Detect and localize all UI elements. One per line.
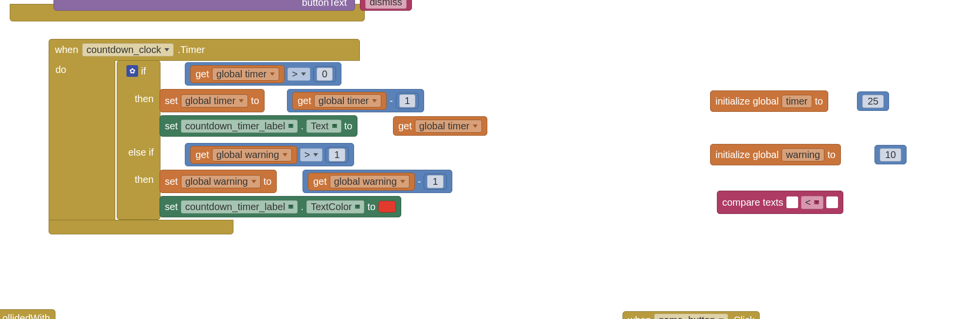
set-property-block[interactable]: set countdown_timer_label . Text to: [160, 115, 357, 137]
get-var-block[interactable]: get global timer: [190, 65, 285, 83]
get-var-block[interactable]: get global warning: [190, 146, 297, 164]
chevron-down-icon: [473, 124, 478, 128]
when-keyword: when: [628, 315, 651, 319]
if-keyword: if: [141, 66, 146, 77]
chevron-down-icon: [814, 200, 819, 204]
event-name: .Click: [731, 315, 755, 319]
get-keyword: get: [313, 176, 327, 187]
chevron-down-icon: [313, 153, 318, 157]
property-dropdown[interactable]: TextColor: [306, 200, 364, 213]
event-name: .Timer: [178, 44, 205, 55]
number-value: 1: [329, 148, 345, 161]
dot: .: [301, 201, 303, 213]
get-var-block[interactable]: get global timer: [292, 92, 387, 110]
set-property-block[interactable]: set countdown_timer_label . TextColor to: [160, 196, 401, 217]
set-var-block[interactable]: set global warning to: [160, 170, 277, 193]
chevron-down-icon: [164, 48, 169, 52]
number-block[interactable]: 0: [313, 66, 336, 82]
set-keyword: set: [165, 176, 178, 187]
do-keyword: do: [55, 64, 66, 75]
number-value: 25: [862, 95, 884, 108]
number-block[interactable]: 1: [325, 147, 348, 163]
number-block[interactable]: 1: [396, 93, 419, 109]
chevron-down-icon: [400, 180, 405, 183]
gear-icon[interactable]: ✿: [126, 65, 138, 77]
initialize-keyword: initialize global: [715, 96, 779, 107]
to-keyword: to: [251, 95, 259, 106]
var-dropdown[interactable]: global warning: [181, 175, 261, 188]
chevron-down-icon: [239, 99, 244, 103]
number-block[interactable]: 1: [424, 174, 446, 190]
component-dropdown[interactable]: game_button: [654, 314, 728, 319]
chevron-down-icon: [332, 124, 337, 128]
get-var-block[interactable]: get global warning: [308, 173, 415, 191]
property-label: buttonText: [302, 0, 347, 8]
init-global-timer[interactable]: initialize global timer to: [710, 90, 828, 112]
then-keyword-2: then: [125, 174, 154, 185]
chevron-down-icon: [288, 124, 293, 128]
chevron-down-icon: [270, 72, 275, 76]
event-do-column: [75, 60, 115, 221]
var-dropdown[interactable]: global warning: [330, 175, 410, 188]
when-keyword: when: [55, 44, 78, 55]
dot: .: [301, 121, 303, 132]
get-keyword: get: [398, 121, 412, 132]
get-keyword: get: [196, 149, 209, 160]
compare-block-2[interactable]: get global warning > 1: [185, 143, 354, 166]
get-var-block[interactable]: get global timer: [393, 116, 487, 136]
to-keyword: to: [827, 149, 836, 160]
property-setter-fragment[interactable]: buttonText: [53, 0, 355, 11]
compare-texts-block[interactable]: compare texts <: [717, 191, 843, 214]
color-swatch-red[interactable]: [378, 201, 396, 213]
chevron-down-icon: [288, 205, 293, 209]
var-dropdown[interactable]: global timer: [181, 94, 248, 107]
number-block[interactable]: 25: [857, 91, 889, 111]
text-literal-block[interactable]: dismiss: [360, 0, 412, 11]
socket-left[interactable]: [786, 196, 798, 208]
property-dropdown[interactable]: Text: [306, 120, 341, 133]
event-footer: [49, 220, 233, 234]
chevron-down-icon: [355, 205, 360, 209]
math-subtract-block[interactable]: get global timer - 1: [287, 89, 424, 112]
var-dropdown[interactable]: global timer: [314, 94, 381, 107]
var-dropdown[interactable]: global timer: [212, 68, 279, 81]
text-literal-value: dismiss: [365, 0, 407, 9]
event-fragment-label: ollidedWith: [2, 313, 50, 319]
event-block-game-button-click[interactable]: when game_button .Click: [623, 311, 760, 319]
chevron-down-icon: [301, 72, 306, 76]
var-dropdown[interactable]: global timer: [415, 120, 482, 133]
set-keyword: set: [165, 201, 178, 213]
minus-operator: -: [418, 176, 421, 187]
to-keyword: to: [815, 96, 823, 107]
component-dropdown[interactable]: countdown_timer_label: [181, 200, 298, 213]
set-keyword: set: [165, 95, 178, 106]
event-header[interactable]: when countdown_clock .Timer: [49, 39, 360, 61]
number-value: 10: [880, 148, 901, 161]
var-dropdown[interactable]: global warning: [212, 148, 292, 161]
initialize-keyword: initialize global: [715, 149, 779, 160]
component-dropdown[interactable]: countdown_timer_label: [181, 120, 298, 133]
elseif-keyword: else if: [122, 147, 154, 158]
global-name-field[interactable]: timer: [782, 95, 812, 108]
number-value: 1: [399, 94, 415, 107]
socket-right[interactable]: [826, 196, 838, 208]
to-keyword: to: [367, 201, 375, 213]
operator-dropdown[interactable]: >: [287, 68, 310, 81]
set-keyword: set: [165, 121, 178, 132]
operator-dropdown[interactable]: <: [801, 196, 824, 209]
event-body-spine: [49, 60, 76, 221]
set-var-block[interactable]: set global timer to: [160, 89, 265, 112]
number-block[interactable]: 10: [874, 145, 907, 164]
component-dropdown[interactable]: countdown_clock: [82, 43, 174, 56]
math-subtract-block[interactable]: get global warning - 1: [303, 170, 452, 193]
get-keyword: get: [298, 95, 311, 106]
global-name-field[interactable]: warning: [782, 148, 824, 161]
compare-texts-label: compare texts: [722, 197, 784, 208]
get-keyword: get: [196, 69, 209, 80]
chevron-down-icon: [372, 99, 377, 103]
number-value: 1: [427, 175, 443, 188]
init-global-warning[interactable]: initialize global warning to: [710, 144, 841, 165]
compare-block-1[interactable]: get global timer > 0: [185, 62, 341, 86]
event-block-fragment-collided[interactable]: ollidedWith: [0, 309, 55, 319]
operator-dropdown[interactable]: >: [300, 148, 323, 161]
